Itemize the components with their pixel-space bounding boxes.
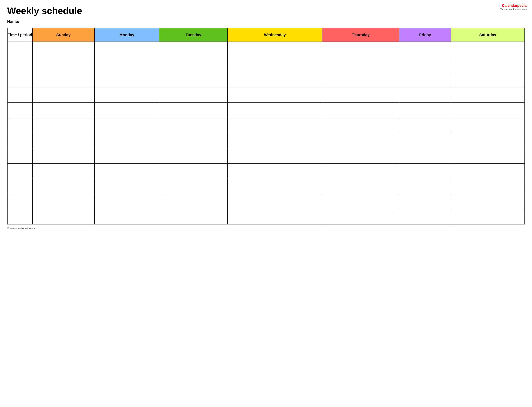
td-cell[interactable]	[227, 148, 322, 163]
td-time[interactable]	[7, 87, 32, 102]
td-cell[interactable]	[227, 42, 322, 57]
td-cell[interactable]	[94, 87, 159, 102]
td-cell[interactable]	[159, 148, 227, 163]
td-cell[interactable]	[399, 118, 451, 133]
td-cell[interactable]	[32, 209, 94, 224]
td-cell[interactable]	[451, 179, 525, 194]
td-time[interactable]	[7, 163, 32, 179]
td-cell[interactable]	[451, 163, 525, 179]
td-cell[interactable]	[322, 87, 399, 102]
td-time[interactable]	[7, 194, 32, 209]
td-cell[interactable]	[159, 42, 227, 57]
td-cell[interactable]	[94, 179, 159, 194]
td-cell[interactable]	[399, 57, 451, 72]
td-cell[interactable]	[322, 148, 399, 163]
td-cell[interactable]	[159, 133, 227, 148]
td-cell[interactable]	[32, 42, 94, 57]
td-time[interactable]	[7, 42, 32, 57]
td-cell[interactable]	[94, 72, 159, 87]
td-cell[interactable]	[322, 57, 399, 72]
td-cell[interactable]	[227, 133, 322, 148]
td-cell[interactable]	[399, 133, 451, 148]
td-cell[interactable]	[32, 133, 94, 148]
td-cell[interactable]	[94, 209, 159, 224]
td-cell[interactable]	[159, 102, 227, 118]
td-cell[interactable]	[32, 194, 94, 209]
td-cell[interactable]	[451, 102, 525, 118]
td-cell[interactable]	[32, 118, 94, 133]
td-cell[interactable]	[159, 163, 227, 179]
td-cell[interactable]	[227, 87, 322, 102]
td-cell[interactable]	[399, 194, 451, 209]
td-cell[interactable]	[451, 87, 525, 102]
td-cell[interactable]	[227, 194, 322, 209]
td-cell[interactable]	[322, 194, 399, 209]
td-cell[interactable]	[159, 179, 227, 194]
td-cell[interactable]	[227, 163, 322, 179]
td-cell[interactable]	[159, 194, 227, 209]
td-cell[interactable]	[227, 102, 322, 118]
td-cell[interactable]	[399, 209, 451, 224]
td-cell[interactable]	[451, 148, 525, 163]
td-cell[interactable]	[32, 57, 94, 72]
td-cell[interactable]	[32, 102, 94, 118]
td-cell[interactable]	[399, 42, 451, 57]
td-cell[interactable]	[399, 148, 451, 163]
td-cell[interactable]	[227, 209, 322, 224]
td-time[interactable]	[7, 209, 32, 224]
td-cell[interactable]	[94, 102, 159, 118]
td-cell[interactable]	[451, 42, 525, 57]
td-cell[interactable]	[227, 57, 322, 72]
td-cell[interactable]	[94, 148, 159, 163]
td-cell[interactable]	[451, 57, 525, 72]
td-cell[interactable]	[399, 72, 451, 87]
td-cell[interactable]	[227, 179, 322, 194]
td-time[interactable]	[7, 118, 32, 133]
td-cell[interactable]	[32, 72, 94, 87]
td-cell[interactable]	[32, 148, 94, 163]
td-cell[interactable]	[399, 179, 451, 194]
td-time[interactable]	[7, 179, 32, 194]
td-cell[interactable]	[159, 87, 227, 102]
td-cell[interactable]	[94, 194, 159, 209]
td-time[interactable]	[7, 57, 32, 72]
td-cell[interactable]	[451, 209, 525, 224]
td-time[interactable]	[7, 133, 32, 148]
td-cell[interactable]	[322, 72, 399, 87]
td-cell[interactable]	[227, 118, 322, 133]
td-cell[interactable]	[451, 194, 525, 209]
header-row: Time / period Sunday Monday Tuesday Wedn…	[7, 28, 525, 42]
td-time[interactable]	[7, 72, 32, 87]
td-cell[interactable]	[94, 163, 159, 179]
td-cell[interactable]	[451, 133, 525, 148]
td-cell[interactable]	[322, 118, 399, 133]
td-time[interactable]	[7, 148, 32, 163]
td-cell[interactable]	[322, 133, 399, 148]
td-cell[interactable]	[451, 118, 525, 133]
logo-brand: Calendarpedia	[500, 4, 527, 8]
table-row	[7, 148, 525, 163]
td-cell[interactable]	[399, 163, 451, 179]
td-cell[interactable]	[159, 209, 227, 224]
td-cell[interactable]	[32, 87, 94, 102]
td-cell[interactable]	[159, 118, 227, 133]
td-cell[interactable]	[94, 42, 159, 57]
td-cell[interactable]	[94, 118, 159, 133]
td-cell[interactable]	[451, 72, 525, 87]
td-cell[interactable]	[32, 179, 94, 194]
td-cell[interactable]	[322, 102, 399, 118]
td-cell[interactable]	[322, 163, 399, 179]
td-cell[interactable]	[399, 87, 451, 102]
td-cell[interactable]	[94, 57, 159, 72]
td-cell[interactable]	[159, 57, 227, 72]
logo-text-calendar: Calendar	[502, 4, 517, 8]
td-cell[interactable]	[399, 102, 451, 118]
td-cell[interactable]	[32, 163, 94, 179]
td-cell[interactable]	[227, 72, 322, 87]
td-cell[interactable]	[322, 179, 399, 194]
td-cell[interactable]	[322, 42, 399, 57]
td-cell[interactable]	[94, 133, 159, 148]
td-time[interactable]	[7, 102, 32, 118]
td-cell[interactable]	[322, 209, 399, 224]
td-cell[interactable]	[159, 72, 227, 87]
